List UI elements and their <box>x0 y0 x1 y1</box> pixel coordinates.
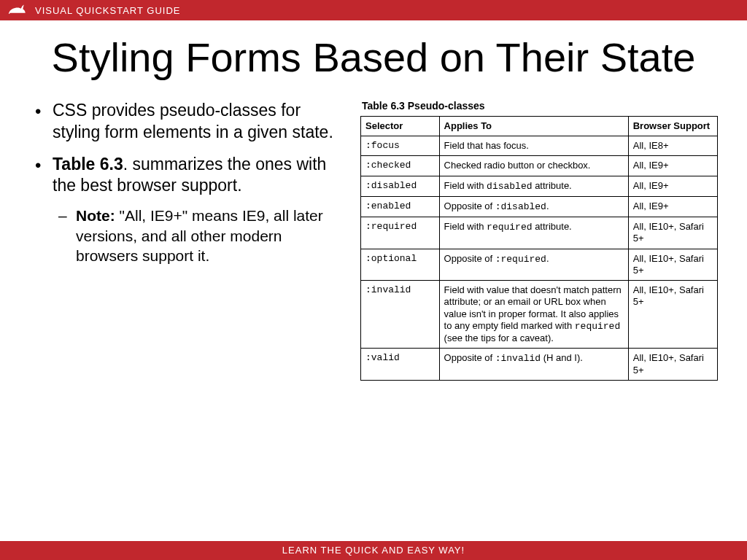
selector-cell: :optional <box>361 249 440 281</box>
applies-cell: Field with required attribute. <box>439 217 628 249</box>
bullet-text-bold: Note: <box>76 207 115 224</box>
support-cell: All, IE9+ <box>628 156 717 176</box>
table-header: Applies To <box>439 116 628 136</box>
table-row: :optional Opposite of :required. All, IE… <box>361 249 718 281</box>
bullet-text-bold: Table 6.3 <box>53 155 123 174</box>
support-cell: All, IE10+, Safari 5+ <box>628 349 717 381</box>
support-cell: All, IE8+ <box>628 136 717 156</box>
top-bar: VISUAL QUICKSTART GUIDE <box>0 0 747 20</box>
top-bar-text: VISUAL QUICKSTART GUIDE <box>35 5 181 16</box>
support-cell: All, IE10+, Safari 5+ <box>628 281 717 349</box>
bullet-item: CSS provides pseudo-classes for styling … <box>48 100 343 144</box>
selector-cell: :valid <box>361 349 440 381</box>
support-cell: All, IE9+ <box>628 196 717 217</box>
bullet-text: CSS provides pseudo-classes for styling … <box>53 101 333 141</box>
table-header: Browser Support <box>628 116 717 136</box>
table-header-row: Selector Applies To Browser Support <box>361 116 718 136</box>
table-row: :focus Field that has focus. All, IE8+ <box>361 136 718 156</box>
bullet-list: CSS provides pseudo-classes for styling … <box>29 100 343 276</box>
applies-cell: Field with disabled attribute. <box>439 176 628 196</box>
bottom-bar: LEARN THE QUICK AND EASY WAY! <box>0 541 747 560</box>
selector-cell: :invalid <box>361 281 440 349</box>
applies-cell: Opposite of :invalid (H and I). <box>439 349 628 381</box>
applies-cell: Field that has focus. <box>439 136 628 156</box>
table-container: Table 6.3 Pseudo-classes Selector Applie… <box>360 100 718 381</box>
table-header: Selector <box>361 116 440 136</box>
table-row: :invalid Field with value that doesn't m… <box>361 281 718 349</box>
applies-cell: Field with value that doesn't match patt… <box>439 281 628 349</box>
pseudo-classes-table: Selector Applies To Browser Support :foc… <box>360 116 718 381</box>
table-caption: Table 6.3 Pseudo-classes <box>362 100 718 112</box>
support-cell: All, IE9+ <box>628 176 717 196</box>
table-row: :valid Opposite of :invalid (H and I). A… <box>361 349 718 381</box>
slide-content: Styling Forms Based on Their State CSS p… <box>0 36 747 381</box>
selector-cell: :enabled <box>361 196 440 217</box>
table-row: :enabled Opposite of :disabled. All, IE9… <box>361 196 718 217</box>
slide-title: Styling Forms Based on Their State <box>29 36 718 79</box>
selector-cell: :checked <box>361 156 440 176</box>
applies-cell: Opposite of :required. <box>439 249 628 281</box>
selector-cell: :focus <box>361 136 440 156</box>
table-row: :required Field with required attribute.… <box>361 217 718 249</box>
sub-bullet-item: Note: "All, IE9+" means IE9, all later v… <box>73 206 343 265</box>
bullet-item: Table 6.3. summarizes the ones with the … <box>48 154 343 266</box>
bottom-bar-text: LEARN THE QUICK AND EASY WAY! <box>282 545 465 556</box>
applies-cell: Opposite of :disabled. <box>439 196 628 217</box>
table-row: :disabled Field with disabled attribute.… <box>361 176 718 196</box>
applies-cell: Checked radio button or checkbox. <box>439 156 628 176</box>
support-cell: All, IE10+, Safari 5+ <box>628 249 717 281</box>
selector-cell: :required <box>361 217 440 249</box>
selector-cell: :disabled <box>361 176 440 196</box>
table-row: :checked Checked radio button or checkbo… <box>361 156 718 176</box>
rabbit-icon <box>7 3 26 18</box>
support-cell: All, IE10+, Safari 5+ <box>628 217 717 249</box>
